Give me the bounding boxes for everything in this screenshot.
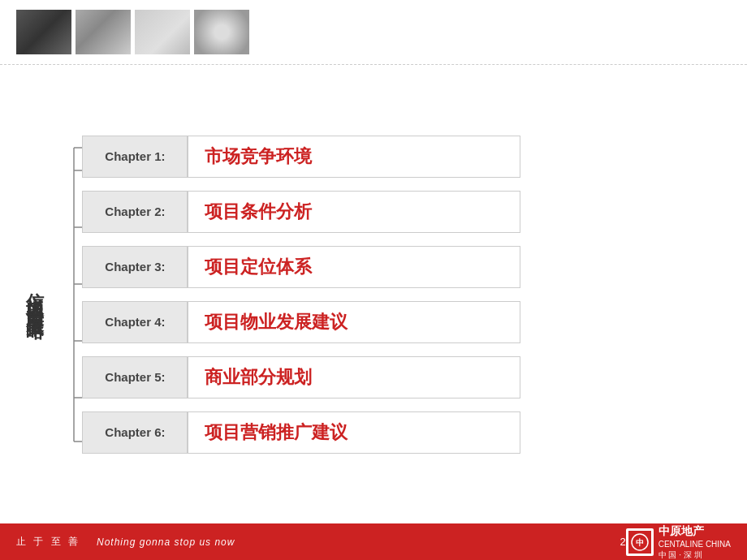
- chapter-row-3: Chapter 3:项目定位体系: [82, 243, 520, 291]
- chapter-label-3: Chapter 3:: [82, 246, 188, 288]
- footer-motto: 止 于 至 善: [16, 535, 80, 549]
- chapter-list: Chapter 1:市场竞争环境Chapter 2:项目条件分析Chapter …: [82, 133, 520, 456]
- header-images: [16, 10, 249, 54]
- chapter-content-6: 项目营销推广建议: [188, 411, 520, 454]
- footer-logo: 中 中原地产 CENTALINE CHINA 中 国 · 深 圳: [626, 523, 731, 559]
- svg-text:中: 中: [636, 538, 644, 547]
- header: [0, 0, 747, 65]
- chapter-content-1: 市场竞争环境: [188, 136, 520, 178]
- chapter-row-5: Chapter 5:商业部分规划: [82, 354, 520, 401]
- chapter-label-6: Chapter 6:: [82, 411, 188, 454]
- brand-sub: CENTALINE CHINA: [658, 539, 731, 549]
- centaline-logo: 中 中原地产 CENTALINE CHINA 中 国 · 深 圳: [626, 523, 731, 559]
- chapter-content-4: 项目物业发展建议: [188, 301, 520, 343]
- chapter-row-4: Chapter 4:项目物业发展建议: [82, 299, 520, 346]
- chapter-row-1: Chapter 1:市场竞争环境: [82, 133, 520, 180]
- header-image-2: [76, 10, 131, 54]
- footer-slogan: Nothing gonna stop us now: [97, 536, 235, 548]
- chapter-row-2: Chapter 2:项目条件分析: [82, 188, 520, 235]
- header-image-4: [194, 10, 249, 54]
- header-image-1: [16, 10, 71, 54]
- header-image-3: [135, 10, 190, 54]
- bracket-svg: [58, 124, 82, 465]
- chapter-label-5: Chapter 5:: [82, 356, 188, 398]
- chapter-label-2: Chapter 2:: [82, 191, 188, 233]
- chapter-label-1: Chapter 1:: [82, 136, 188, 178]
- footer-left: 止 于 至 善 Nothing gonna stop us now: [16, 535, 620, 549]
- centaline-emblem: 中: [626, 528, 654, 556]
- footer-page-number: 2: [620, 536, 625, 548]
- chapter-content-5: 商业部分规划: [188, 356, 520, 398]
- brand-cn: 中原地产: [658, 523, 731, 538]
- chapter-content-2: 项目条件分析: [188, 191, 520, 233]
- chapter-row-6: Chapter 6:项目营销推广建议: [82, 409, 520, 456]
- vertical-title: 信义坂田旧改发展策略: [24, 278, 45, 311]
- footer: 止 于 至 善 Nothing gonna stop us now 2 中 中原…: [0, 523, 747, 560]
- brand-sub2: 中 国 · 深 圳: [658, 549, 731, 560]
- centaline-emblem-svg: 中: [628, 531, 651, 554]
- bracket-area: [58, 124, 82, 465]
- main-content: 信义坂田旧改发展策略 Chapter 1:市场竞争环境Chapter 2:项目条…: [0, 65, 747, 523]
- chapter-label-4: Chapter 4:: [82, 301, 188, 343]
- chapter-content-3: 项目定位体系: [188, 246, 520, 288]
- logo-text: 中原地产 CENTALINE CHINA 中 国 · 深 圳: [658, 523, 731, 559]
